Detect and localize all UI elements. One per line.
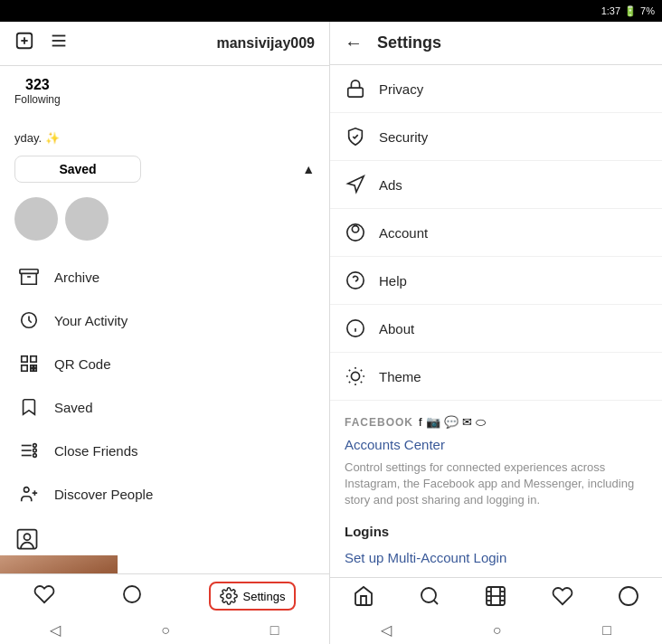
settings-item-security[interactable]: Security: [330, 113, 662, 161]
android-square-right[interactable]: □: [602, 622, 611, 639]
svg-point-26: [124, 586, 140, 602]
svg-point-31: [347, 272, 364, 289]
messenger-icon: 💬: [444, 415, 459, 430]
menu-item-discover-people[interactable]: Discover People: [0, 472, 329, 516]
profile-icon-area: [0, 523, 329, 555]
settings-item-help[interactable]: Help: [330, 257, 662, 305]
photo-grid: [0, 555, 329, 573]
help-label: Help: [379, 273, 407, 289]
security-label: Security: [379, 129, 428, 145]
back-button[interactable]: ←: [345, 33, 363, 53]
settings-item-theme[interactable]: Theme: [330, 353, 662, 401]
avatar-2: [65, 197, 109, 241]
status-bar-right: 1:37 🔋 7%: [601, 5, 655, 17]
saved-label: Saved: [54, 400, 93, 415]
svg-rect-8: [22, 356, 27, 362]
menu-item-archive[interactable]: Archive: [0, 255, 329, 298]
svg-line-38: [434, 601, 438, 604]
facebook-f-icon: f: [419, 415, 422, 430]
multi-account-login-link[interactable]: Set up Multi-Account Login: [345, 550, 648, 565]
bottom-nav-right: [330, 577, 662, 618]
following-count: 323 Following: [14, 77, 61, 106]
whatsapp-icon: ✉: [462, 415, 472, 430]
facebook-label: FACEBOOK: [345, 416, 413, 429]
android-back-right[interactable]: ◁: [381, 621, 392, 639]
svg-rect-28: [348, 88, 364, 97]
theme-label: Theme: [379, 369, 421, 384]
heart-nav-icon[interactable]: [33, 583, 55, 609]
svg-point-16: [33, 444, 37, 448]
about-label: About: [379, 321, 414, 336]
home-nav-icon[interactable]: [353, 585, 374, 611]
facebook-social-icons: f 📷 💬 ✉ ⬭: [419, 415, 486, 430]
status-bar-left: [7, 0, 170, 22]
privacy-label: Privacy: [379, 81, 423, 97]
activity-icon: [18, 309, 40, 331]
settings-nav-button[interactable]: Settings: [209, 582, 297, 611]
instagram-icon: 📷: [426, 415, 440, 430]
avatar-row: [0, 190, 329, 248]
profile-area: 323 Following: [0, 66, 329, 120]
heart-nav-icon-right[interactable]: [552, 585, 573, 611]
username-label: mansivijay009: [216, 35, 315, 52]
settings-item-privacy[interactable]: Privacy: [330, 65, 662, 113]
menu-item-qr-code[interactable]: QR Code: [0, 342, 329, 385]
svg-point-36: [351, 372, 359, 380]
left-panel: mansivijay009 323 Following yday. ✨ Save…: [0, 22, 330, 644]
profile-nav-icon[interactable]: [618, 585, 639, 611]
menu-item-close-friends[interactable]: Close Friends: [0, 429, 329, 472]
close-friends-icon: [18, 440, 40, 461]
svg-rect-11: [31, 365, 33, 368]
android-nav-left: ◁ ○ □: [0, 618, 329, 644]
android-nav-right: ◁ ○ □: [330, 618, 662, 644]
svg-rect-14: [34, 365, 37, 368]
archive-label: Archive: [54, 270, 99, 285]
archive-icon: [18, 266, 40, 288]
theme-icon: [345, 365, 366, 387]
qr-label: QR Code: [54, 356, 111, 372]
about-icon: [345, 317, 366, 339]
logins-title: Logins: [345, 524, 648, 539]
saved-button[interactable]: Saved: [14, 156, 141, 183]
android-home-right[interactable]: ○: [493, 622, 502, 639]
bookmark-icon: [18, 396, 40, 418]
svg-rect-9: [31, 356, 36, 362]
left-top-bar: mansivijay009: [0, 22, 329, 66]
avatar-1: [14, 197, 58, 241]
sparkle-text: yday. ✨: [0, 128, 329, 148]
help-icon: [345, 270, 366, 291]
svg-point-27: [226, 594, 231, 599]
settings-item-about[interactable]: About: [330, 305, 662, 353]
svg-rect-13: [31, 369, 33, 372]
circle-nav-icon[interactable]: [121, 583, 143, 609]
menu-icon[interactable]: [49, 31, 69, 56]
security-icon: [345, 126, 366, 147]
accounts-desc: Control settings for connected experienc…: [345, 459, 648, 509]
svg-point-18: [33, 449, 37, 452]
qr-icon: [18, 353, 40, 374]
accounts-center-link[interactable]: Accounts Center: [345, 437, 648, 452]
saved-btn-area: Saved ▲: [0, 148, 329, 190]
svg-rect-10: [22, 365, 27, 371]
main-content: mansivijay009 323 Following yday. ✨ Save…: [0, 22, 662, 644]
svg-rect-6: [20, 270, 38, 274]
add-icon[interactable]: [14, 31, 34, 56]
photo-1: [0, 555, 118, 573]
menu-item-saved[interactable]: Saved: [0, 385, 329, 429]
search-nav-icon[interactable]: [419, 585, 440, 611]
settings-list: Privacy Security Ads: [330, 65, 662, 577]
facebook-section: FACEBOOK f 📷 💬 ✉ ⬭ Accounts Center Contr…: [330, 401, 662, 509]
menu-item-your-activity[interactable]: Your Activity: [0, 298, 329, 342]
status-bar: 1:37 🔋 7%: [0, 0, 662, 22]
android-home-left[interactable]: ○: [161, 622, 170, 639]
android-back-left[interactable]: ◁: [50, 621, 61, 639]
android-square-left[interactable]: □: [270, 622, 279, 639]
status-time: 1:37: [601, 5, 620, 16]
settings-item-ads[interactable]: Ads: [330, 161, 662, 209]
settings-title: Settings: [377, 33, 441, 52]
reels-nav-icon[interactable]: [485, 585, 506, 611]
settings-header: ← Settings: [330, 22, 662, 65]
close-friends-label: Close Friends: [54, 443, 138, 459]
settings-item-account[interactable]: Account: [330, 209, 662, 257]
bottom-nav-left: Settings: [0, 573, 329, 618]
